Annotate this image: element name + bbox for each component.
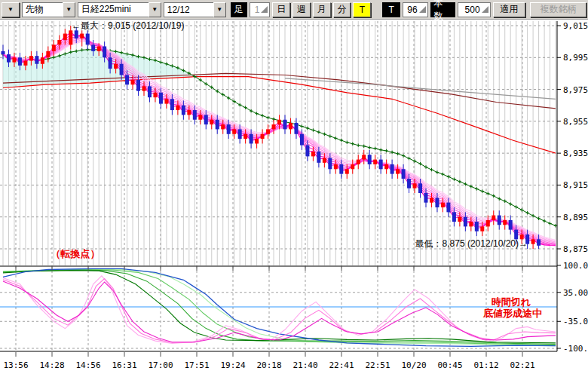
chevron-down-icon[interactable]: ▼ xyxy=(213,2,226,17)
spinner-icon[interactable] xyxy=(261,6,268,13)
down-candle xyxy=(216,120,219,130)
period-minute-button[interactable]: 分 xyxy=(333,2,351,17)
contract-combobox[interactable]: 12/12 ▼ xyxy=(164,2,226,17)
apply-button[interactable]: 適用 xyxy=(493,2,525,17)
down-candle xyxy=(452,212,456,222)
symbol-value: 日経225mini xyxy=(78,2,149,17)
down-candle xyxy=(86,34,90,45)
chevron-down-icon: ▼ xyxy=(8,6,14,13)
chart-canvas[interactable]: 9,0158,9958,9758,9558,9358,9158,8958,875… xyxy=(0,20,588,377)
time-axis-label: 19:24 xyxy=(220,360,245,370)
period-day-button[interactable]: 日 xyxy=(272,2,290,17)
price-axis-label: 8,995 xyxy=(563,53,588,63)
up-candle xyxy=(46,51,50,57)
chevron-down-icon[interactable]: ▼ xyxy=(149,2,161,17)
down-candle xyxy=(390,164,394,174)
interval-value: 1 xyxy=(255,5,260,15)
up-candle xyxy=(131,80,135,84)
period-month-button[interactable]: 月 xyxy=(313,2,331,17)
up-candle xyxy=(63,34,67,40)
contract-value: 12/12 xyxy=(164,2,213,17)
symbol-combobox[interactable]: 日経225mini ▼ xyxy=(78,2,161,17)
price-axis-label: 8,935 xyxy=(563,149,588,158)
down-candle xyxy=(125,75,129,85)
down-candle xyxy=(435,198,439,207)
up-candle xyxy=(351,164,354,169)
category-value: 先物 xyxy=(22,2,63,17)
price-axis-label: 8,895 xyxy=(563,213,588,222)
toolbar: ▼ 先物 ▼ 日経225mini ▼ 12/12 ▼ 足 1 日 週 月 分 T… xyxy=(0,0,588,20)
up-candle xyxy=(289,123,292,129)
down-candle xyxy=(250,134,253,144)
up-candle xyxy=(57,40,61,44)
down-candle xyxy=(424,193,428,203)
down-candle xyxy=(509,220,513,230)
up-candle xyxy=(373,160,377,164)
down-candle xyxy=(120,64,124,75)
up-candle xyxy=(176,106,179,110)
time-axis-label: 22:51 xyxy=(365,360,390,370)
down-candle xyxy=(328,158,332,169)
price-and-indicator-chart[interactable]: 9,0158,9958,9758,9558,9358,9158,8958,875… xyxy=(0,20,588,377)
up-candle xyxy=(492,216,495,220)
down-candle xyxy=(91,44,95,51)
time-axis-label: 21:40 xyxy=(292,360,317,370)
spinner-icon[interactable] xyxy=(419,6,426,13)
down-candle xyxy=(109,57,112,69)
up-candle xyxy=(531,239,535,244)
up-candle xyxy=(384,164,388,169)
time-axis-label: 16:31 xyxy=(112,360,136,370)
down-candle xyxy=(148,86,152,97)
time-axis-label: 02:21 xyxy=(510,360,534,370)
up-candle xyxy=(187,110,191,115)
up-candle xyxy=(255,139,259,143)
multi-symbol-button[interactable]: 複数銘柄 xyxy=(530,2,586,17)
interval-stepper[interactable]: 1 xyxy=(250,2,271,17)
right-axis: 9,0158,9958,9758,9558,9358,9158,8958,875… xyxy=(557,21,588,354)
period-week-button[interactable]: 週 xyxy=(292,2,311,17)
tick-count-stepper[interactable]: 96 xyxy=(403,2,428,17)
up-candle xyxy=(323,158,326,162)
up-candle xyxy=(210,120,213,124)
down-candle xyxy=(305,146,309,157)
up-candle xyxy=(198,115,202,119)
down-candle xyxy=(418,183,422,193)
time-axis-label: 22:41 xyxy=(329,360,354,370)
tick-count-value: 96 xyxy=(407,5,417,15)
up-candle xyxy=(430,198,433,202)
up-candle xyxy=(29,56,33,60)
down-candle xyxy=(75,30,78,38)
down-candle xyxy=(402,169,406,179)
nav-dropdown-button[interactable]: ▼ xyxy=(2,2,20,17)
up-candle xyxy=(458,217,461,222)
ashi-label: 足 xyxy=(231,2,247,17)
up-candle xyxy=(441,203,445,207)
up-candle xyxy=(80,34,84,38)
bars-count-stepper[interactable]: 500 xyxy=(458,2,490,17)
up-candle xyxy=(266,129,270,133)
time-axis-label: 17:51 xyxy=(184,360,209,370)
time-up-annotation: 時間切れ xyxy=(492,296,531,308)
down-candle xyxy=(475,222,479,231)
price-axis-label: 8,955 xyxy=(563,117,588,127)
category-combobox[interactable]: 先物 ▼ xyxy=(22,2,75,17)
down-candle xyxy=(379,160,383,170)
chevron-down-icon[interactable]: ▼ xyxy=(63,2,75,17)
up-candle xyxy=(114,64,118,69)
up-candle xyxy=(469,222,473,226)
tick-mode-button[interactable]: T xyxy=(353,2,371,17)
up-candle xyxy=(277,120,281,124)
down-candle xyxy=(407,179,411,188)
down-candle xyxy=(446,203,450,213)
bars-label: 本数 xyxy=(430,2,456,17)
down-candle xyxy=(18,57,22,66)
down-candle xyxy=(464,217,467,227)
up-candle xyxy=(480,226,484,231)
up-candle xyxy=(261,134,265,139)
spinner-icon[interactable] xyxy=(482,6,488,13)
up-candle xyxy=(221,124,225,129)
up-candle xyxy=(69,30,72,44)
up-candle xyxy=(164,99,168,103)
price-axis-label: 8,975 xyxy=(563,85,588,95)
time-axis-label: 00:45 xyxy=(437,360,462,370)
